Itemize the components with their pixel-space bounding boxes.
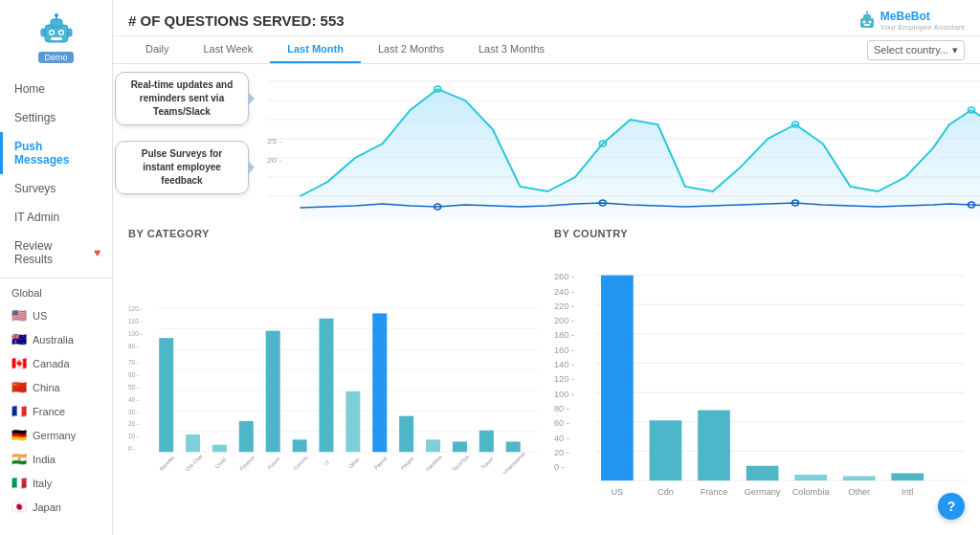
svg-point-14 bbox=[868, 20, 871, 23]
country-list: Global 🇺🇸 US 🇦🇺 Australia 🇨🇦 Canada 🇨🇳 C… bbox=[0, 282, 112, 519]
svg-point-3 bbox=[55, 13, 58, 17]
country-select-dropdown[interactable]: Select country... ▾ bbox=[867, 40, 965, 60]
country-japan[interactable]: 🇯🇵 Japan bbox=[0, 495, 112, 519]
svg-point-7 bbox=[59, 32, 62, 34]
flag-china: 🇨🇳 bbox=[11, 380, 27, 394]
svg-rect-81 bbox=[479, 431, 494, 453]
tab-last-2-months[interactable]: Last 2 Months bbox=[361, 36, 461, 63]
sidebar-nav: Home Settings Push Messages Surveys IT A… bbox=[0, 75, 112, 274]
svg-rect-15 bbox=[864, 24, 870, 26]
svg-text:60 -: 60 - bbox=[128, 371, 139, 378]
country-india-label: India bbox=[33, 454, 56, 465]
sidebar-item-push-messages[interactable]: Push Messages bbox=[0, 132, 112, 174]
by-country-chart: 260 - 240 - 220 - 200 - 180 - 160 - 140 … bbox=[554, 243, 965, 527]
svg-rect-109 bbox=[650, 420, 682, 480]
svg-text:60 -: 60 - bbox=[554, 418, 569, 428]
svg-text:Other: Other bbox=[347, 457, 361, 470]
by-category-panel: BY CATEGORY 120 - 110 - 100 - 80 - 70 - … bbox=[128, 228, 539, 527]
svg-text:Chit Chat: Chit Chat bbox=[184, 453, 203, 472]
country-canada[interactable]: 🇨🇦 Canada bbox=[0, 351, 112, 375]
svg-text:Covid: Covid bbox=[213, 457, 227, 470]
svg-text:10 -: 10 - bbox=[128, 433, 139, 439]
main-content: # OF QUESTIONS SERVED: 553 MeBeBot Your … bbox=[113, 0, 980, 535]
flag-canada: 🇨🇦 bbox=[11, 356, 27, 370]
svg-text:25 -: 25 - bbox=[267, 137, 282, 145]
svg-text:20 -: 20 - bbox=[554, 448, 569, 457]
svg-text:Intl: Intl bbox=[902, 487, 913, 497]
tabs-bar: Daily Last Week Last Month Last 2 Months… bbox=[113, 36, 980, 64]
svg-text:Germany: Germany bbox=[745, 487, 781, 497]
flag-france: 🇫🇷 bbox=[11, 404, 27, 418]
country-italy-label: Italy bbox=[33, 478, 52, 489]
svg-rect-75 bbox=[399, 416, 413, 453]
svg-rect-113 bbox=[746, 466, 779, 480]
svg-text:Payroll: Payroll bbox=[373, 456, 389, 471]
country-italy[interactable]: 🇮🇹 Italy bbox=[0, 471, 112, 495]
country-india[interactable]: 🇮🇳 India bbox=[0, 447, 112, 471]
page-title: # OF QUESTIONS SERVED: 553 bbox=[128, 12, 345, 29]
svg-text:Finance: Finance bbox=[238, 455, 256, 472]
svg-text:40 -: 40 - bbox=[128, 396, 139, 403]
svg-rect-65 bbox=[266, 331, 280, 453]
svg-text:0 -: 0 - bbox=[554, 462, 565, 472]
sidebar: Demo Home Settings Push Messages Surveys… bbox=[0, 0, 113, 535]
svg-text:20 -: 20 - bbox=[267, 156, 282, 165]
country-global[interactable]: Global bbox=[0, 282, 112, 303]
svg-text:240 -: 240 - bbox=[554, 287, 574, 297]
svg-rect-10 bbox=[68, 29, 72, 36]
tooltip-pulse-surveys: Pulse Surveys for instant employee feedb… bbox=[115, 141, 249, 194]
svg-text:30 -: 30 - bbox=[128, 409, 139, 415]
svg-text:160 -: 160 - bbox=[554, 346, 574, 355]
svg-rect-57 bbox=[159, 338, 173, 452]
svg-rect-8 bbox=[51, 37, 62, 40]
svg-text:120 -: 120 - bbox=[128, 305, 143, 312]
svg-point-17 bbox=[866, 11, 868, 13]
country-us[interactable]: 🇺🇸 US bbox=[0, 303, 112, 327]
country-select-placeholder: Select country... bbox=[874, 44, 948, 56]
help-button[interactable]: ? bbox=[938, 493, 965, 520]
svg-rect-73 bbox=[372, 313, 387, 452]
svg-rect-115 bbox=[794, 475, 827, 480]
country-germany[interactable]: 🇩🇪 Germany bbox=[0, 423, 112, 447]
country-canada-label: Canada bbox=[33, 358, 70, 369]
svg-text:US: US bbox=[611, 487, 623, 497]
svg-text:100 -: 100 - bbox=[554, 390, 574, 399]
by-country-svg: 260 - 240 - 220 - 200 - 180 - 160 - 140 … bbox=[554, 243, 965, 527]
sidebar-label-push-messages: Push Messages bbox=[14, 140, 100, 167]
sidebar-item-home[interactable]: Home bbox=[0, 75, 112, 103]
svg-text:40 -: 40 - bbox=[554, 434, 569, 443]
sidebar-item-settings[interactable]: Settings bbox=[0, 103, 112, 132]
svg-text:120 -: 120 - bbox=[554, 374, 574, 384]
svg-rect-67 bbox=[293, 439, 307, 452]
sidebar-item-review-results[interactable]: Review Results ♥ bbox=[0, 232, 112, 274]
svg-text:100 -: 100 - bbox=[128, 330, 143, 337]
sidebar-label-review-results: Review Results bbox=[14, 239, 90, 266]
svg-text:Other: Other bbox=[848, 487, 870, 497]
tab-last-month[interactable]: Last Month bbox=[270, 36, 361, 63]
country-us-label: US bbox=[33, 310, 47, 322]
bottom-charts: BY CATEGORY 120 - 110 - 100 - 80 - 70 - … bbox=[113, 224, 980, 535]
line-chart: 25 - 20 - bbox=[267, 72, 980, 220]
country-france[interactable]: 🇫🇷 France bbox=[0, 399, 112, 423]
country-france-label: France bbox=[33, 406, 65, 417]
main-header: # OF QUESTIONS SERVED: 553 MeBeBot Your … bbox=[113, 0, 980, 36]
line-chart-section: Real-time updates and reminders sent via… bbox=[113, 64, 980, 224]
tab-daily[interactable]: Daily bbox=[128, 36, 186, 63]
by-country-panel: BY COUNTRY 260 - 240 - 220 - 200 - 180 -… bbox=[554, 228, 965, 527]
sidebar-item-surveys[interactable]: Surveys bbox=[0, 174, 112, 203]
tab-last-3-months[interactable]: Last 3 Months bbox=[461, 36, 562, 63]
svg-rect-1 bbox=[51, 19, 62, 27]
sidebar-item-it-admin[interactable]: IT Admin bbox=[0, 203, 112, 232]
tab-last-week[interactable]: Last Week bbox=[186, 36, 270, 63]
svg-text:Future: Future bbox=[266, 456, 280, 470]
svg-text:80 -: 80 - bbox=[128, 343, 139, 349]
country-australia[interactable]: 🇦🇺 Australia bbox=[0, 327, 112, 351]
flag-australia: 🇦🇺 bbox=[11, 332, 27, 346]
svg-text:0 -: 0 - bbox=[128, 445, 136, 452]
flag-germany: 🇩🇪 bbox=[11, 428, 27, 442]
tooltip-teams-slack: Real-time updates and reminders sent via… bbox=[115, 72, 249, 125]
svg-text:200 -: 200 - bbox=[554, 316, 574, 325]
country-china[interactable]: 🇨🇳 China bbox=[0, 375, 112, 399]
svg-text:220 -: 220 - bbox=[554, 301, 574, 311]
sidebar-divider bbox=[0, 278, 112, 279]
